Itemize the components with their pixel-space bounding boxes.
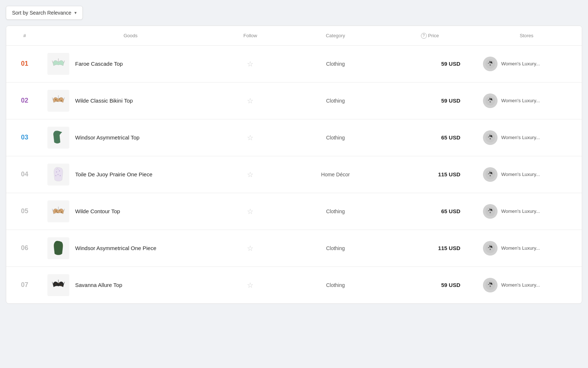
follow-cell: ☆ bbox=[218, 45, 283, 82]
svg-point-34 bbox=[57, 212, 58, 213]
svg-point-26 bbox=[59, 175, 61, 176]
svg-point-9 bbox=[61, 100, 62, 101]
follow-cell: ☆ bbox=[218, 119, 283, 156]
follow-cell: ☆ bbox=[218, 82, 283, 119]
follow-star-icon[interactable]: ☆ bbox=[247, 97, 254, 105]
store-name: Women's Luxury... bbox=[501, 245, 540, 251]
svg-point-7 bbox=[55, 99, 57, 100]
svg-point-24 bbox=[57, 174, 58, 175]
price-label: Price bbox=[428, 33, 439, 38]
store-cell: K S Women's Luxury... bbox=[471, 193, 582, 230]
sort-button[interactable]: Sort by Search Relevance ▾ bbox=[6, 6, 83, 20]
store-avatar: K S bbox=[483, 93, 498, 108]
follow-star-icon[interactable]: ☆ bbox=[247, 244, 254, 252]
product-name: Wilde Classic Bikini Top bbox=[75, 97, 133, 104]
goods-cell: Toile De Juoy Prairie One Piece bbox=[43, 156, 218, 193]
table-row: 07 Savanna Allure Top bbox=[6, 267, 582, 303]
follow-star-icon[interactable]: ☆ bbox=[247, 170, 254, 179]
product-thumbnail bbox=[47, 200, 69, 222]
svg-text:S: S bbox=[490, 137, 491, 140]
rank-cell: 07 bbox=[6, 267, 43, 303]
rank-cell: 04 bbox=[6, 156, 43, 193]
chevron-down-icon: ▾ bbox=[74, 10, 77, 15]
svg-point-32 bbox=[59, 210, 60, 211]
store-avatar: K S bbox=[483, 167, 498, 182]
goods-content: Wilde Classic Bikini Top bbox=[47, 90, 214, 112]
goods-content: Savanna Allure Top bbox=[47, 274, 214, 296]
table-row: 06 Windsor Asymmetrical One Piece ☆ Clot… bbox=[6, 230, 582, 267]
rank-cell: 01 bbox=[6, 45, 43, 82]
price-info-icon[interactable]: ? bbox=[421, 33, 427, 39]
svg-line-2 bbox=[64, 61, 65, 63]
svg-point-10 bbox=[57, 100, 58, 101]
goods-content: Toile De Juoy Prairie One Piece bbox=[47, 164, 214, 185]
table-row: 02 Wilde Classic Bikini Top bbox=[6, 82, 582, 119]
sort-container: Sort by Search Relevance ▾ bbox=[6, 6, 582, 20]
store-cell: K S Women's Luxury... bbox=[471, 230, 582, 267]
col-header-rank: # bbox=[6, 26, 43, 45]
follow-star-icon[interactable]: ☆ bbox=[247, 207, 254, 215]
price-header-group: ? Price bbox=[421, 33, 439, 39]
product-name: Windsor Asymmetrical One Piece bbox=[75, 245, 156, 251]
store-name: Women's Luxury... bbox=[501, 282, 540, 288]
goods-cell: Savanna Allure Top bbox=[43, 267, 218, 303]
price-cell: 59 USD bbox=[388, 82, 471, 119]
follow-star-icon[interactable]: ☆ bbox=[247, 281, 254, 289]
col-header-price: ? Price bbox=[388, 26, 471, 45]
col-header-category: Category bbox=[282, 26, 388, 45]
svg-line-50 bbox=[52, 282, 53, 284]
store-content: K S Women's Luxury... bbox=[476, 241, 577, 256]
follow-star-icon[interactable]: ☆ bbox=[247, 134, 254, 142]
rank-cell: 06 bbox=[6, 230, 43, 267]
store-name: Women's Luxury... bbox=[501, 208, 540, 214]
goods-cell: Faroe Cascade Top bbox=[43, 45, 218, 82]
store-content: K S Women's Luxury... bbox=[476, 204, 577, 219]
store-name: Women's Luxury... bbox=[501, 98, 540, 103]
category-cell: Clothing bbox=[282, 45, 388, 82]
table-header-row: # Goods Follow Category ? Price Stores bbox=[6, 26, 582, 45]
product-name: Toile De Juoy Prairie One Piece bbox=[75, 171, 152, 177]
store-avatar: K S bbox=[483, 278, 498, 292]
category-cell: Clothing bbox=[282, 230, 388, 267]
goods-content: Wilde Contour Top bbox=[47, 200, 214, 222]
product-thumbnail bbox=[47, 274, 69, 296]
svg-text:S: S bbox=[490, 64, 491, 66]
svg-line-1 bbox=[52, 61, 53, 63]
table-row: 05 Wilde Contour Top bbox=[6, 193, 582, 230]
category-cell: Clothing bbox=[282, 193, 388, 230]
product-thumbnail bbox=[47, 90, 69, 112]
store-cell: K S Women's Luxury... bbox=[471, 267, 582, 303]
svg-text:S: S bbox=[490, 100, 491, 103]
col-header-goods: Goods bbox=[43, 26, 218, 45]
svg-point-22 bbox=[56, 171, 57, 172]
svg-point-47 bbox=[59, 283, 60, 284]
price-cell: 59 USD bbox=[388, 45, 471, 82]
table-body: 01 Faroe Cascade Top ☆ Clothing 59 U bbox=[6, 45, 582, 303]
product-table-wrapper: # Goods Follow Category ? Price Stores 0… bbox=[6, 26, 582, 304]
goods-cell: Windsor Asymmetrical One Piece bbox=[43, 230, 218, 267]
col-header-stores: Stores bbox=[471, 26, 582, 45]
store-content: K S Women's Luxury... bbox=[476, 130, 577, 145]
store-content: K S Women's Luxury... bbox=[476, 278, 577, 292]
col-header-follow: Follow bbox=[218, 26, 283, 45]
svg-line-51 bbox=[64, 282, 65, 284]
price-cell: 65 USD bbox=[388, 119, 471, 156]
store-cell: K S Women's Luxury... bbox=[471, 156, 582, 193]
store-avatar: K S bbox=[483, 204, 498, 219]
product-name: Faroe Cascade Top bbox=[75, 61, 123, 67]
follow-star-icon[interactable]: ☆ bbox=[247, 60, 254, 68]
goods-cell: Wilde Classic Bikini Top bbox=[43, 82, 218, 119]
product-thumbnail bbox=[47, 237, 69, 259]
store-name: Women's Luxury... bbox=[501, 172, 540, 177]
svg-point-25 bbox=[55, 175, 56, 176]
svg-point-8 bbox=[59, 98, 60, 99]
table-row: 03 Windsor Asymmetrical Top ☆ Clothing 6… bbox=[6, 119, 582, 156]
svg-point-33 bbox=[61, 211, 62, 213]
goods-cell: Windsor Asymmetrical Top bbox=[43, 119, 218, 156]
product-thumbnail bbox=[47, 127, 69, 149]
store-avatar: K S bbox=[483, 241, 498, 256]
svg-text:S: S bbox=[490, 285, 491, 288]
table-row: 04 Toile De Juoy Prairie One Piece bbox=[6, 156, 582, 193]
svg-text:S: S bbox=[490, 211, 491, 214]
product-name: Windsor Asymmetrical Top bbox=[75, 134, 139, 141]
